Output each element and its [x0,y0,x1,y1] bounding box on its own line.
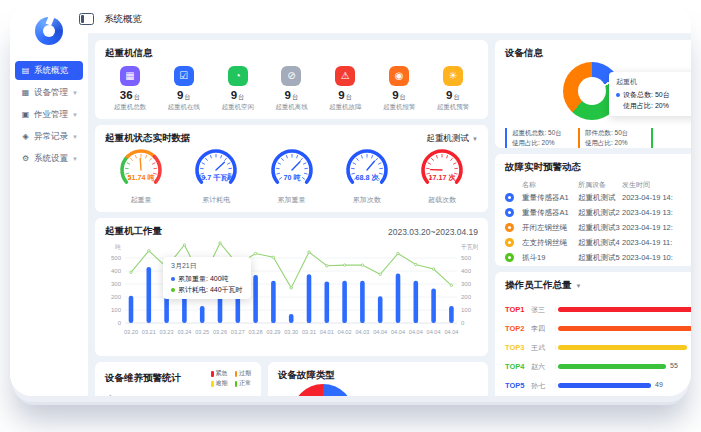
table-row[interactable]: 重量传感器A1起重机测试22023-04-19 13: [505,205,691,220]
legend-item [651,128,691,148]
card-realtime-status: 起重机状态实时数据 起重机测试 ▼ 51.74 吨起重量69.7 千瓦时累计耗电… [95,125,488,212]
sidebar-item-label: 系统概览 [34,65,68,77]
legend-item: 过期 [235,369,252,378]
card-crane-info: 起重机信息 ▦36台起重机总数☑9台起重机在线◔9台起重机空闲⊘9台起重机离线⚠… [95,40,488,119]
top-bar: 系统概览 [88,5,691,34]
svg-text:300: 300 [461,281,472,287]
alert-device: 起重机测试5 [578,253,622,263]
svg-text:200: 200 [461,294,472,300]
tooltip-text: 设备总数: 50台 [623,90,670,100]
donut-tooltip: 起重机 设备总数: 50台使用占比: 20% [609,72,691,116]
device-info-legend: 起重机总数: 50台使用占比: 20%部件总数: 50台使用占比: 20% [505,128,691,148]
stat-label: 起重机故障 [320,103,370,112]
operator-name: 孙七 [531,381,553,391]
dashboard-icon: ▤ [21,66,30,75]
legend-label: 过期 [239,369,251,378]
alert-time: 2023-04-19 14: [622,193,673,202]
stat-icon: ◔ [228,66,248,86]
stat-value: 9台 [374,89,424,102]
table-row[interactable]: 重量传感器A1起重机测试2023-04-19 14: [505,190,691,205]
tooltip-row: 累计耗电: 440千瓦时 [171,285,243,295]
svg-text:04.04: 04.04 [409,329,423,335]
table-row[interactable]: 抓斗19起重机测试52023-04-19 10: [505,250,691,265]
column-header: 名称 [522,180,578,190]
gauge-累加重量: 70 吨累加重量 [256,147,328,205]
stat-unit: 台 [184,93,191,100]
logo-icon [35,17,63,45]
left-column: 起重机信息 ▦36台起重机总数☑9台起重机在线◔9台起重机空闲⊘9台起重机离线⚠… [95,40,488,396]
tab-system-overview[interactable]: 系统概览 [104,13,142,26]
svg-text:03.27: 03.27 [231,329,245,335]
fault-alerts-title: 故障实时预警动态 [505,161,691,174]
card-maintenance-stats: 设备维养预警统计 紧急过期逾期正常 个 60 566057 [95,362,261,396]
table-row[interactable]: 左支持钢丝绳起重机测试42023-04-19 11: [505,235,691,250]
alert-device: 起重机测试4 [578,238,622,248]
sidebar: ▤系统概览▦设备管理▼▣作业管理▼◈异常记录▼⚙系统设置▼ [10,5,88,396]
main-content: 起重机信息 ▦36台起重机总数☑9台起重机在线◔9台起重机空闲⊘9台起重机离线⚠… [88,34,691,396]
operator-bar [558,307,691,312]
tooltip-text: 使用占比: 20% [623,101,669,111]
sidebar-item-dashboard[interactable]: ▤系统概览 [15,61,83,80]
legend-item: 逾期 [211,379,228,388]
sidebar-item-job[interactable]: ▣作业管理▼ [15,105,83,124]
sidebar-item-label: 设备管理 [34,87,68,99]
workload-date-range: 2023.03.20~2023.04.19 [388,227,478,237]
column-header: 发生时间 [622,180,650,190]
tooltip-text: 累加重量: 400吨 [178,274,229,284]
gauge-累加次数: 68.8 次累加次数 [331,147,403,205]
crane-stat: ☀9台起重机预警 [428,66,478,112]
operator-rank: TOP4 [505,362,531,371]
crane-stat: ◔9台起重机空闲 [213,66,263,112]
stat-label: 起重机空闲 [213,103,263,112]
svg-text:70 吨: 70 吨 [283,173,300,182]
operator-row: TOP2李四 [505,319,691,338]
table-body: 重量传感器A1起重机测试2023-04-19 14:重量传感器A1起重机测试22… [505,190,691,265]
alert-name: 左支持钢丝绳 [522,238,578,248]
chevron-down-icon: ▼ [72,90,78,96]
svg-text:17.17 次: 17.17 次 [428,173,456,182]
tooltip-date: 3月21日 [171,261,243,271]
stat-unit: 台 [400,93,407,100]
maintenance-legend: 紧急过期逾期正常 [211,369,251,388]
device-icon: ▦ [21,88,30,97]
crane-selector[interactable]: 起重机测试 ▼ [427,133,478,145]
alert-status-icon [505,208,514,217]
collapse-sidebar-icon[interactable] [79,13,94,25]
tooltip-row: 使用占比: 20% [616,101,691,111]
svg-text:04.04: 04.04 [391,329,405,335]
stat-label: 起重机在线 [159,103,209,112]
crane-stat: ⊘9台起重机离线 [266,66,316,112]
operator-bar [558,364,666,369]
svg-text:03.23: 03.23 [160,329,174,335]
tooltip-text: 累计耗电: 440千瓦时 [178,285,243,295]
alert-device: 起重机测试2 [578,208,622,218]
alert-name: 重量传感器A1 [522,208,578,218]
alert-name: 开闭左钢丝绳 [522,223,578,233]
table-row[interactable]: 开闭左钢丝绳起重机测试32023-04-19 12: [505,220,691,235]
crane-selector-label: 起重机测试 [427,133,470,145]
svg-text:03.28: 03.28 [249,329,263,335]
fault-type-pie [292,384,354,396]
job-icon: ▣ [21,110,30,119]
bottom-row: 设备维养预警统计 紧急过期逾期正常 个 60 566057 设备故障 [95,362,488,396]
alert-device: 起重机测试 [578,193,622,203]
tooltip-row: 设备总数: 50台 [616,90,691,100]
alert-device: 起重机测试3 [578,223,622,233]
operator-row: TOP1张三 [505,300,691,319]
alert-status-icon [505,193,514,202]
gauge-label: 超载次数 [406,195,478,205]
svg-text:400: 400 [111,268,122,274]
sidebar-item-label: 系统设置 [34,153,68,165]
sidebar-item-device[interactable]: ▦设备管理▼ [15,83,83,102]
alert-time: 2023-04-19 13: [622,208,673,217]
settings-icon: ⚙ [21,154,30,163]
sidebar-item-abnormal[interactable]: ◈异常记录▼ [15,127,83,146]
operators-bars: TOP1张三TOP2李四TOP3王武67TOP4赵六55TOP5孙七49 [505,300,691,395]
operators-dropdown-icon[interactable]: ▼ [576,283,582,289]
operator-rank: TOP3 [505,343,531,352]
sidebar-menu: ▤系统概览▦设备管理▼▣作业管理▼◈异常记录▼⚙系统设置▼ [10,61,88,168]
donut-hole [578,77,606,105]
svg-text:吨: 吨 [115,244,121,250]
sidebar-item-settings[interactable]: ⚙系统设置▼ [15,149,83,168]
card-fault-type: 设备故障类型 重量传感器: 50次幅度传感器: 30次 [268,362,488,396]
